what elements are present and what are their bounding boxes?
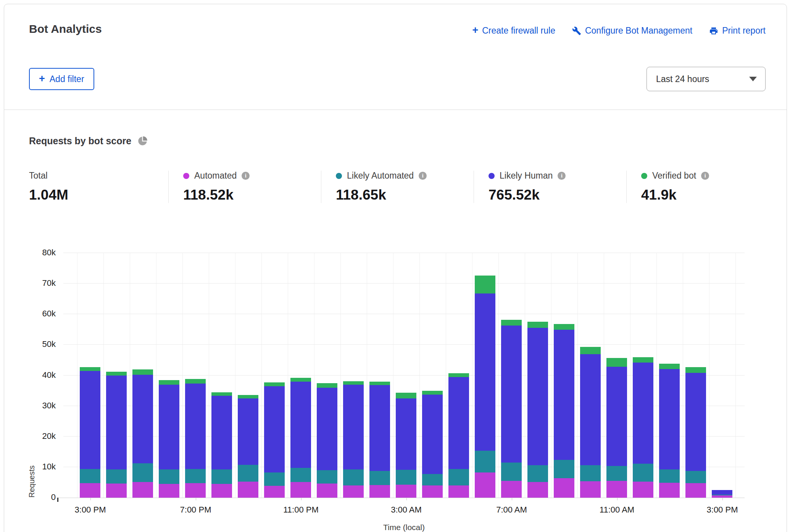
stacked-bar — [422, 391, 443, 498]
x-tick-mark — [90, 498, 91, 500]
stat-series-value: 41.9k — [641, 187, 779, 203]
chart-bar[interactable] — [235, 253, 261, 498]
stat-series-label: Likely Automated — [347, 171, 414, 181]
y-tick-label: 30k — [21, 400, 56, 411]
bar-segment — [106, 372, 127, 376]
chart-bar[interactable] — [709, 253, 735, 498]
bar-segment — [501, 463, 522, 481]
x-tick-mark — [406, 498, 407, 500]
stacked-bar — [80, 367, 100, 498]
bar-segment — [211, 484, 232, 498]
stacked-bar — [554, 324, 574, 498]
chart-bar[interactable] — [577, 253, 604, 498]
chart-plot: Requests Time (local) 010k20k30k40k50k60… — [63, 253, 745, 498]
stacked-bar — [369, 382, 390, 498]
bar-segment — [422, 391, 443, 395]
chart-bar[interactable] — [288, 253, 314, 498]
bar-segment — [343, 469, 364, 485]
chart-bar[interactable] — [683, 253, 709, 498]
bar-segment — [501, 326, 522, 463]
x-tick-label: 3:00 PM — [56, 505, 125, 515]
bar-segment — [685, 471, 706, 483]
y-tick-label: 50k — [21, 339, 56, 350]
legend-dot — [183, 173, 189, 179]
x-tick-mark — [512, 498, 512, 500]
bar-segment — [659, 364, 680, 369]
bar-segment — [396, 470, 416, 485]
chart-bar[interactable] — [419, 253, 446, 498]
info-icon[interactable]: i — [701, 172, 709, 180]
stacked-bar — [317, 383, 337, 498]
bar-segment — [238, 395, 258, 398]
add-filter-button[interactable]: + Add filter — [29, 68, 94, 90]
chart-bar[interactable] — [77, 253, 103, 498]
stacked-bar — [132, 369, 153, 498]
info-icon[interactable]: i — [419, 172, 427, 180]
legend-dot — [489, 173, 495, 179]
y-tick-label: 60k — [21, 308, 56, 319]
stacked-bar — [501, 320, 522, 498]
bar-segment — [185, 384, 206, 469]
time-range-select[interactable]: Last 24 hours — [647, 67, 766, 91]
page-title: Bot Analytics — [29, 23, 102, 35]
chart-bar[interactable] — [525, 253, 551, 498]
stacked-bar — [211, 392, 232, 498]
print-report-label: Print report — [722, 26, 766, 36]
info-icon[interactable]: i — [242, 172, 250, 180]
chart-bar[interactable] — [130, 253, 156, 498]
bar-segment — [606, 367, 627, 466]
chart-bar[interactable] — [446, 253, 472, 498]
chart-bar[interactable] — [604, 253, 630, 498]
legend-dot — [641, 173, 647, 179]
chart-bar[interactable] — [156, 253, 182, 498]
stat-series: Likely Human i 765.52k — [474, 171, 626, 203]
x-axis-title: Time (local) — [63, 523, 745, 532]
bar-segment — [396, 485, 416, 498]
y-tick-label: 80k — [21, 247, 56, 258]
section-heading: Requests by bot score — [29, 135, 148, 147]
bar-segment — [580, 481, 601, 498]
print-report-link[interactable]: Print report — [709, 26, 766, 36]
chart-bar[interactable] — [340, 253, 367, 498]
chart-bar[interactable] — [551, 253, 577, 498]
time-range-value: Last 24 hours — [656, 74, 709, 84]
legend-dot — [336, 173, 342, 179]
info-icon[interactable]: i — [558, 172, 566, 180]
bar-segment — [369, 385, 390, 471]
stacked-bar — [633, 357, 653, 498]
bar-segment — [343, 485, 364, 498]
configure-bot-management-label: Configure Bot Management — [585, 26, 692, 36]
bar-segment — [527, 482, 548, 498]
bar-segment — [554, 324, 574, 330]
bar-segment — [554, 330, 574, 460]
chart-bar[interactable] — [103, 253, 130, 498]
chart-bar[interactable] — [393, 253, 419, 498]
add-filter-label: Add filter — [50, 74, 84, 84]
bar-segment — [211, 396, 232, 469]
chart-bar[interactable] — [182, 253, 209, 498]
create-firewall-rule-link[interactable]: + Create firewall rule — [472, 26, 555, 36]
bar-segment — [554, 460, 574, 478]
bar-segment — [132, 482, 153, 498]
chart-bar[interactable] — [498, 253, 525, 498]
chart-bar[interactable] — [209, 253, 235, 498]
bar-segment — [343, 381, 364, 385]
chart-bar[interactable] — [367, 253, 393, 498]
chevron-down-icon — [749, 77, 757, 81]
chart-bar[interactable] — [314, 253, 340, 498]
bar-segment — [159, 380, 179, 385]
chart-bar[interactable] — [656, 253, 683, 498]
chart-bar[interactable] — [261, 253, 288, 498]
y-tick-label: 10k — [21, 461, 56, 472]
stacked-bar — [527, 322, 548, 498]
bar-segment — [159, 385, 179, 469]
chart-bar[interactable] — [630, 253, 656, 498]
bar-segment — [132, 463, 153, 482]
x-tick-label: 3:00 AM — [372, 505, 441, 515]
bar-segment — [633, 363, 653, 464]
bar-segment — [264, 382, 285, 386]
chart-bar[interactable] — [472, 253, 498, 498]
bar-segment — [448, 469, 469, 485]
bar-segment — [290, 482, 311, 498]
configure-bot-management-link[interactable]: Configure Bot Management — [572, 26, 692, 36]
